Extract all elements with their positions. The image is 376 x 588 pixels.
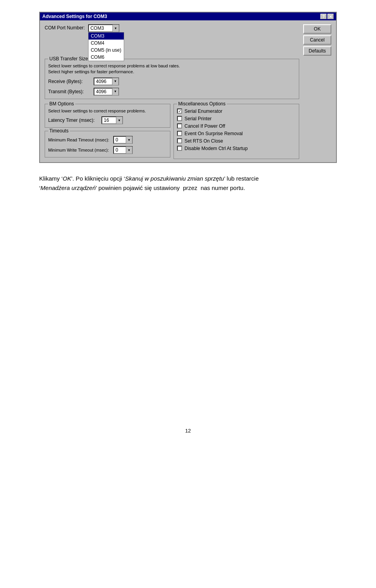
cancel-button[interactable]: Cancel bbox=[303, 35, 331, 45]
com-port-dropdown[interactable]: COM3 ▼ bbox=[88, 24, 119, 32]
latency-dropdown[interactable]: 16 ▼ bbox=[101, 116, 123, 124]
com-port-label: COM Port Number: bbox=[45, 24, 85, 31]
transmit-row: Transmit (Bytes): 4096 ▼ bbox=[48, 88, 296, 96]
misc-checkbox-3[interactable] bbox=[177, 131, 182, 136]
misc-checkbox-label-1: Serial Printer bbox=[184, 116, 212, 121]
receive-label: Receive (Bytes): bbox=[48, 79, 91, 84]
latency-dropdown-arrow[interactable]: ▼ bbox=[116, 117, 122, 124]
transmit-dropdown-arrow[interactable]: ▼ bbox=[112, 88, 118, 95]
bm-options-title: BM Options bbox=[48, 101, 75, 107]
left-column: BM Options Select lower settings to corr… bbox=[45, 102, 170, 157]
usb-transfer-sizes-group: USB Transfer Sizes Select lower settings… bbox=[45, 59, 299, 99]
receive-dropdown[interactable]: 4096 ▼ bbox=[94, 78, 119, 85]
misc-checkbox-row-2: Cancel If Power Off bbox=[177, 123, 296, 129]
misc-checkbox-4[interactable] bbox=[177, 138, 182, 143]
min-write-label: Minimum Write Timeout (msec): bbox=[48, 148, 111, 152]
misc-checkbox-label-4: Set RTS On Close bbox=[184, 138, 223, 144]
dropdown-item-com6[interactable]: COM6 bbox=[89, 54, 124, 61]
receive-dropdown-arrow[interactable]: ▼ bbox=[112, 78, 118, 85]
misc-checkbox-label-2: Cancel If Power Off bbox=[184, 123, 225, 129]
timeouts-group: Timeouts Minimum Read Timeout (msec): 0 … bbox=[45, 131, 170, 157]
misc-checkbox-0[interactable] bbox=[177, 109, 182, 114]
misc-options-title: Miscellaneous Options bbox=[177, 101, 227, 107]
misc-checkbox-label-0: Serial Enumerator bbox=[184, 109, 222, 114]
dropdown-item-com3-selected[interactable]: COM3 bbox=[89, 33, 124, 40]
defaults-button[interactable]: Defaults bbox=[303, 46, 331, 56]
latency-value: 16 bbox=[102, 118, 116, 123]
bm-info: Select lower settings to correct respons… bbox=[48, 108, 167, 114]
page-text-line2: ‘Menadżera urządzeń’ powinien pojawić si… bbox=[39, 183, 337, 193]
page-text-line1: Klikamy ‘OK’. Po kliknięciu opcji ‘Skanu… bbox=[39, 174, 337, 183]
min-read-dropdown[interactable]: 0 ▼ bbox=[113, 136, 133, 144]
min-write-dropdown[interactable]: 0 ▼ bbox=[113, 146, 133, 154]
dialog-title: Advanced Settings for COM3 bbox=[42, 14, 107, 19]
min-write-row: Minimum Write Timeout (msec): 0 ▼ bbox=[48, 146, 167, 154]
min-read-value: 0 bbox=[114, 137, 126, 143]
ok-button[interactable]: OK bbox=[303, 24, 331, 34]
transmit-dropdown[interactable]: 4096 ▼ bbox=[94, 88, 119, 96]
latency-row: Latency Timer (msec): 16 ▼ bbox=[48, 116, 167, 124]
receive-row: Receive (Bytes): 4096 ▼ bbox=[48, 78, 296, 85]
dropdown-item-com4[interactable]: COM4 bbox=[89, 40, 124, 47]
min-read-label: Minimum Read Timeout (msec): bbox=[48, 138, 111, 142]
misc-checkbox-label-3: Event On Surprise Removal bbox=[184, 131, 243, 136]
misc-checkbox-label-5: Disable Modem Ctrl At Startup bbox=[184, 146, 248, 151]
misc-checkbox-row-0: Serial Enumerator bbox=[177, 109, 296, 114]
misc-checkbox-5[interactable] bbox=[177, 146, 182, 151]
com-port-row: COM Port Number: COM3 ▼ COM3 COM4 COM5 (… bbox=[45, 24, 299, 32]
com-port-dropdown-arrow[interactable]: ▼ bbox=[112, 25, 119, 32]
bm-options-group: BM Options Select lower settings to corr… bbox=[45, 104, 170, 128]
two-column-groups: BM Options Select lower settings to corr… bbox=[45, 102, 299, 157]
advanced-settings-dialog: Advanced Settings for COM3 ? ✕ COM Port … bbox=[39, 12, 337, 163]
min-read-row: Minimum Read Timeout (msec): 0 ▼ bbox=[48, 136, 167, 144]
com-port-dropdown-list: COM3 COM4 COM5 (in use) COM6 bbox=[88, 32, 124, 61]
usb-info2: Select higher settings for faster perfor… bbox=[48, 69, 296, 75]
titlebar-buttons: ? ✕ bbox=[320, 14, 334, 19]
page-text-block: Klikamy ‘OK’. Po kliknięciu opcji ‘Skanu… bbox=[39, 174, 337, 193]
misc-checkbox-row-5: Disable Modem Ctrl At Startup bbox=[177, 146, 296, 151]
transmit-label: Transmit (Bytes): bbox=[48, 89, 91, 94]
close-button[interactable]: ✕ bbox=[327, 14, 334, 19]
min-write-dropdown-arrow[interactable]: ▼ bbox=[126, 147, 132, 154]
usb-info1: Select lower settings to correct respons… bbox=[48, 63, 296, 69]
dropdown-item-com5[interactable]: COM5 (in use) bbox=[89, 47, 124, 54]
transmit-value: 4096 bbox=[94, 89, 112, 94]
misc-checkbox-2[interactable] bbox=[177, 123, 182, 128]
usb-group-title: USB Transfer Sizes bbox=[48, 56, 92, 62]
page-number: 12 bbox=[185, 428, 191, 434]
help-button[interactable]: ? bbox=[320, 14, 327, 19]
min-read-dropdown-arrow[interactable]: ▼ bbox=[126, 136, 132, 143]
latency-label: Latency Timer (msec): bbox=[48, 118, 99, 123]
dialog-titlebar: Advanced Settings for COM3 ? ✕ bbox=[40, 13, 336, 20]
misc-checkbox-1[interactable] bbox=[177, 116, 182, 121]
misc-checkbox-row-4: Set RTS On Close bbox=[177, 138, 296, 144]
timeouts-title: Timeouts bbox=[48, 128, 70, 134]
misc-checkbox-row-3: Event On Surprise Removal bbox=[177, 131, 296, 136]
right-column: Miscellaneous Options Serial EnumeratorS… bbox=[174, 102, 299, 157]
misc-checkbox-row-1: Serial Printer bbox=[177, 116, 296, 121]
receive-value: 4096 bbox=[94, 79, 112, 84]
misc-options-group: Miscellaneous Options Serial EnumeratorS… bbox=[174, 104, 299, 159]
com-port-value: COM3 bbox=[89, 25, 112, 31]
min-write-value: 0 bbox=[114, 147, 126, 153]
dialog-action-buttons: OK Cancel Defaults bbox=[303, 24, 331, 157]
